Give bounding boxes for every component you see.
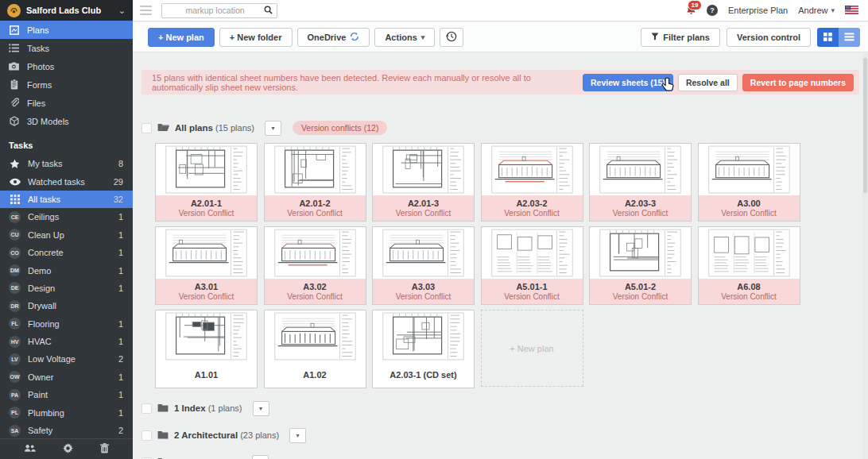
sidebar-item-files[interactable]: Files <box>0 94 133 112</box>
task-filter-design[interactable]: DE Design 1 <box>0 280 133 297</box>
review-sheets-button[interactable]: Review sheets (15) <box>583 74 673 91</box>
task-count: 1 <box>118 337 123 346</box>
plan-card-a3-00[interactable]: A3.00 Version Conflict <box>698 143 800 222</box>
plan-thumbnail <box>265 227 366 279</box>
plan-card-a2-03-2[interactable]: A2.03-2 Version Conflict <box>481 143 583 222</box>
task-filter-ceilings[interactable]: CE Ceilings 1 <box>0 208 133 226</box>
task-filter-flooring[interactable]: FL Flooring 1 <box>0 315 133 333</box>
plan-status: Version Conflict <box>396 209 451 218</box>
onedrive-sync-button[interactable]: OneDrive <box>297 28 370 47</box>
folder-name[interactable]: All plans <box>175 123 213 133</box>
version-control-button[interactable]: Version control <box>727 28 811 47</box>
task-filter-owner[interactable]: OW Owner 1 <box>0 368 133 386</box>
task-filter-all-tasks[interactable]: All tasks 32 <box>0 191 133 208</box>
plan-card-a2-03-1-cd-set[interactable]: A2.03-1 (CD set) <box>372 310 475 388</box>
category-badge: CE <box>9 211 21 223</box>
task-filter-plumbing[interactable]: PL Plumbing 1 <box>0 403 133 421</box>
task-filter-concrete[interactable]: CO Concrete 1 <box>0 244 133 261</box>
task-filter-label: Paint <box>28 390 48 399</box>
plan-thumbnail <box>265 310 366 362</box>
menu-toggle-icon[interactable] <box>140 6 152 15</box>
new-folder-button[interactable]: + New folder <box>219 28 293 47</box>
plan-thumbnail <box>590 144 691 195</box>
folder-menu-button[interactable]: ▾ <box>265 121 281 136</box>
plan-card-a1-02[interactable]: A1.02 <box>264 310 366 388</box>
sidebar-item-plans[interactable]: Plans <box>0 21 133 39</box>
language-flag-icon[interactable] <box>845 6 858 16</box>
plan-card-a6-08[interactable]: A6.08 Version Conflict <box>698 226 800 305</box>
help-button[interactable]: ? <box>707 5 718 16</box>
actions-menu-button[interactable]: Actions▾ <box>374 28 435 47</box>
new-plan-placeholder[interactable]: + New plan <box>481 310 583 387</box>
folder-checkbox[interactable] <box>141 403 152 414</box>
category-badge: LV <box>9 353 21 365</box>
notifications-bell-icon[interactable]: 19 <box>686 4 696 17</box>
search-input[interactable] <box>166 6 264 15</box>
task-count: 1 <box>118 266 123 276</box>
filter-plans-button[interactable]: Filter plans <box>641 28 720 47</box>
new-plan-button[interactable]: + New plan <box>148 28 215 47</box>
task-filter-clean-up[interactable]: CU Clean Up 1 <box>0 226 133 244</box>
task-filter-hvac[interactable]: HV HVAC 1 <box>0 333 133 350</box>
content-scrollbar[interactable] <box>862 53 868 459</box>
revert-page-numbers-button[interactable]: Revert to page numbers <box>742 74 854 91</box>
plans-content: 15 plans with identical sheet numbers ha… <box>133 53 868 459</box>
plan-card-a3-02[interactable]: A3.02 Version Conflict <box>264 226 366 305</box>
plan-card-a2-01-2[interactable]: A2.01-2 Version Conflict <box>264 143 366 222</box>
task-count: 1 <box>118 390 123 399</box>
plan-card-a2-01-1[interactable]: A2.01-1 Version Conflict <box>155 143 258 222</box>
plan-card-a5-01-2[interactable]: A5.01-2 Version Conflict <box>589 226 692 305</box>
plan-card-a3-03[interactable]: A3.03 Version Conflict <box>372 226 475 305</box>
folder-name[interactable]: 2 Architectural <box>174 430 238 440</box>
folder-menu-button[interactable]: ▾ <box>289 428 306 443</box>
task-count: 1 <box>118 248 123 257</box>
folder-name[interactable]: 1 Index <box>174 403 206 413</box>
plan-title: A3.01 <box>195 282 218 292</box>
chevron-down-icon: ⌄ <box>118 6 126 16</box>
project-switcher[interactable]: Salford Lads Club ⌄ <box>0 0 133 21</box>
trash-icon[interactable] <box>100 443 109 455</box>
task-filter-my-tasks[interactable]: My tasks 8 <box>0 155 133 172</box>
search-icon[interactable] <box>264 6 273 16</box>
folder-menu-button[interactable]: ▾ <box>253 401 269 416</box>
sidebar-item-3d-models[interactable]: 3D Models <box>0 112 133 130</box>
task-filter-watched-tasks[interactable]: Watched tasks 29 <box>0 172 133 190</box>
search-box[interactable] <box>161 3 277 18</box>
sidebar-item-forms[interactable]: Forms <box>0 75 133 94</box>
select-all-checkbox[interactable] <box>141 123 152 133</box>
task-filter-safety[interactable]: SA Safety 2 <box>0 422 133 439</box>
plan-card-a1-01[interactable]: A1.01 <box>155 310 258 388</box>
grid-view-button[interactable] <box>817 28 839 47</box>
version-conflicts-pill[interactable]: Version conflicts (12) <box>293 121 387 135</box>
sync-icon <box>350 32 359 43</box>
plan-card-a2-01-3[interactable]: A2.01-3 Version Conflict <box>372 143 475 222</box>
task-filter-drywall[interactable]: DR Drywall <box>0 297 133 314</box>
task-filter-demo[interactable]: DM Demo 1 <box>0 261 133 279</box>
plan-thumbnail <box>590 227 691 279</box>
history-button[interactable] <box>440 28 463 47</box>
gear-icon[interactable] <box>63 443 73 455</box>
sidebar: Salford Lads Club ⌄ Plans Tasks Photos F… <box>0 0 133 459</box>
folder-menu-button[interactable]: ▾ <box>252 455 269 459</box>
plan-thumbnail <box>482 144 583 195</box>
folder-checkbox[interactable] <box>141 430 152 441</box>
task-filter-paint[interactable]: PA Paint 1 <box>0 386 133 403</box>
user-menu[interactable]: Andrew ▾ <box>798 6 835 15</box>
sidebar-item-photos[interactable]: Photos <box>0 57 133 75</box>
list-view-button[interactable] <box>839 28 860 47</box>
people-icon[interactable] <box>24 444 36 454</box>
category-badge: SA <box>9 425 21 437</box>
category-badge: OW <box>9 371 21 383</box>
resolve-all-button[interactable]: Resolve all <box>678 74 738 91</box>
plan-thumbnail <box>699 227 800 279</box>
plan-card-a3-01[interactable]: A3.01 Version Conflict <box>155 226 258 305</box>
plan-card-a5-01-1[interactable]: A5.01-1 Version Conflict <box>481 226 583 305</box>
plan-card-a2-03-3[interactable]: A2.03-3 Version Conflict <box>589 143 692 222</box>
plan-status: Version Conflict <box>504 209 559 218</box>
sidebar-item-tasks[interactable]: Tasks <box>0 39 133 57</box>
plan-thumbnail <box>373 144 474 195</box>
plan-status: Version Conflict <box>287 292 342 302</box>
plans-toolbar: + New plan + New folder OneDrive Actions… <box>133 22 868 52</box>
category-badge: PL <box>9 407 21 418</box>
task-filter-low-voltage[interactable]: LV Low Voltage 2 <box>0 350 133 368</box>
